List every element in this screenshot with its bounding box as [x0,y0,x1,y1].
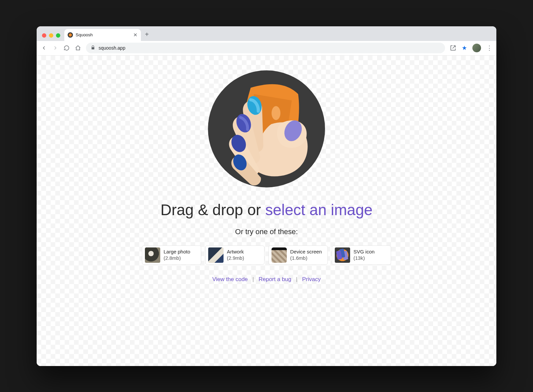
menu-icon[interactable]: ⋮ [486,44,492,52]
drop-headline: Drag & drop or select an image [161,201,373,219]
url-text: squoosh.app [99,45,125,51]
back-button[interactable] [41,45,47,51]
close-tab-icon[interactable]: ✕ [133,32,138,38]
reload-button[interactable] [63,45,70,51]
favicon-icon [68,32,73,38]
window-controls [40,33,62,41]
try-subtitle: Or try one of these: [235,227,298,236]
sample-label: SVG icon [353,249,374,255]
sample-size: (13k) [353,255,374,261]
sample-size: (2.9mb) [227,255,244,261]
sample-large-photo[interactable]: Large photo (2.8mb) [142,245,201,265]
lock-icon [91,45,95,51]
close-window-button[interactable] [42,33,46,38]
tab-strip: Squoosh ✕ + [37,26,496,41]
toolbar-right: ★ ⋮ [450,44,492,52]
separator-icon: | [253,276,254,283]
separator-icon: | [296,276,297,283]
sample-label: Large photo [164,249,190,255]
sample-size: (1.6mb) [290,255,322,261]
sample-row: Large photo (2.8mb) Artwork (2.9mb) Devi… [142,245,391,265]
new-tab-button[interactable]: + [143,31,152,41]
bookmark-star-icon[interactable]: ★ [462,44,467,52]
address-bar[interactable]: squoosh.app [86,43,445,53]
svg-point-1 [271,106,280,120]
sample-svg-icon[interactable]: SVG icon (13k) [332,245,391,265]
footer-links: View the code | Report a bug | Privacy [212,276,320,283]
profile-avatar[interactable] [472,44,481,52]
select-image-link[interactable]: select an image [265,201,372,218]
report-bug-link[interactable]: Report a bug [259,276,291,283]
browser-tab[interactable]: Squoosh ✕ [64,29,141,41]
thumbnail-icon [335,247,350,263]
view-code-link[interactable]: View the code [212,276,248,283]
thumbnail-icon [271,247,287,263]
sample-artwork[interactable]: Artwork (2.9mb) [205,245,265,265]
home-button[interactable] [75,45,81,51]
sample-size: (2.8mb) [164,255,190,261]
browser-toolbar: squoosh.app ★ ⋮ [37,41,496,56]
maximize-window-button[interactable] [56,33,60,38]
open-external-icon[interactable] [450,45,456,51]
minimize-window-button[interactable] [49,33,53,38]
sample-label: Device screen [290,249,322,255]
thumbnail-icon [145,247,160,263]
page-content: Drag & drop or select an image Or try on… [37,56,496,366]
squoosh-logo [203,66,330,192]
sample-device-screen[interactable]: Device screen (1.6mb) [268,245,328,265]
sample-label: Artwork [227,249,244,255]
tab-title: Squoosh [76,32,131,37]
browser-window: Squoosh ✕ + squoosh.app ★ [37,26,496,366]
privacy-link[interactable]: Privacy [302,276,321,283]
headline-prefix: Drag & drop or [161,201,265,218]
forward-button[interactable] [52,45,59,51]
thumbnail-icon [208,247,224,263]
